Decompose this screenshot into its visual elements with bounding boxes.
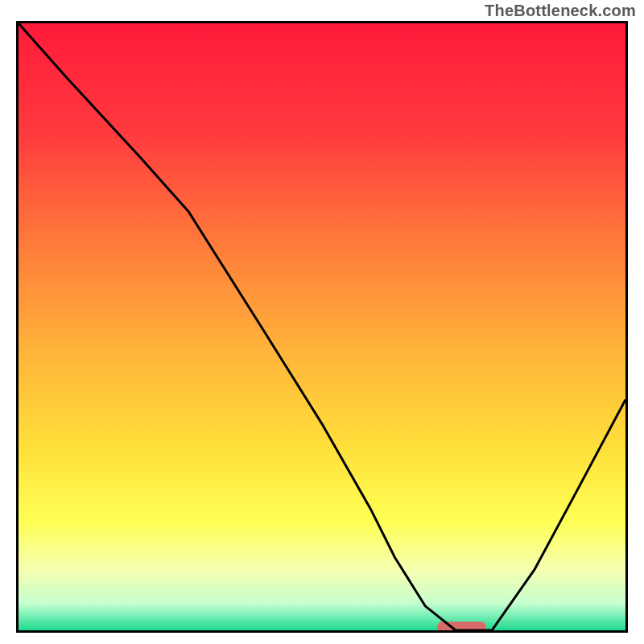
chart-svg xyxy=(19,23,625,630)
chart-frame xyxy=(16,21,628,633)
chart-background xyxy=(19,23,625,630)
watermark-text: TheBottleneck.com xyxy=(485,2,636,20)
